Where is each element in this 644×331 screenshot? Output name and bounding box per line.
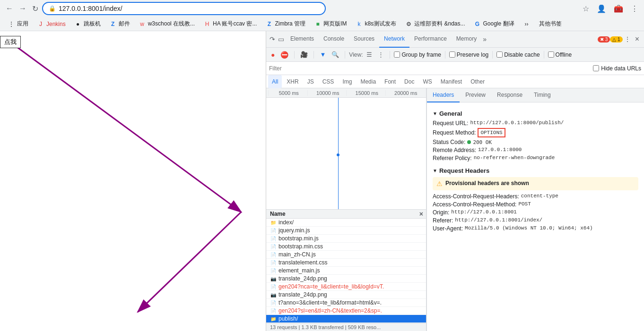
list-item[interactable]: 📄 gen204?nca=te_li&client=te_lib&logId=v… [266,283,426,291]
referrer-policy-row: Referrer Policy: no-referrer-when-downgr… [433,155,638,161]
bookmark-w3school[interactable]: w w3school 在线教... [135,19,199,29]
tab-elements[interactable]: Elements [286,31,319,48]
forward-button[interactable]: → [17,2,28,15]
request-url-value: http://127.0.0.1:8000/publish/ [470,120,564,127]
user-agent-row: User-Agent: Mozilla/5.0 (Windows NT 10.0… [433,225,638,232]
offline-input[interactable] [548,51,554,58]
zimbra-icon: Z [265,20,273,28]
devtools-more-button[interactable]: ⋮ [623,34,632,44]
bookmark-im[interactable]: ■ 网页版IM [310,19,350,29]
list-item[interactable]: 📄 bootstrap.min.css [266,243,426,251]
list-item[interactable]: 📄 jquery.min.js [266,227,426,235]
file-name-text: t?anno=3&client=te_lib&format=html&v=. [278,299,382,306]
devtools-device-icon[interactable]: ▭ [277,34,286,44]
menu-button[interactable]: ⋮ [629,2,640,15]
list-item[interactable]: 📄 element_main.js [266,267,426,275]
search-button[interactable]: 🔍 [330,50,341,59]
bookmark-ha[interactable]: H HA 账号ccav 密... [200,19,261,29]
stop-recording-button[interactable]: ⛔ [278,50,290,59]
request-headers-collapse-icon[interactable]: ▼ [433,168,437,173]
record-button[interactable]: ● [269,50,277,59]
bookmark-others[interactable]: ›› [519,19,534,29]
refresh-button[interactable]: ↻ [30,2,40,15]
toolbar-separator-4 [390,51,390,59]
k8s-icon: k [355,20,363,28]
request-method-label: Request Method: [433,129,476,136]
list-item-publish[interactable]: 📁 publish/ [266,315,426,323]
tab-console[interactable]: Console [319,31,349,48]
bookmarks-bar: ⋮ 应用 J Jenkins ● 跳板机 Z 邮件 w w3school 在线教… [0,17,644,31]
detail-tab-preview[interactable]: Preview [460,88,491,102]
bookmark-ops[interactable]: ⚙ 运维部资料 &ndas... [401,19,469,29]
list-item[interactable]: 📷 translate_24dp.png [266,275,426,283]
disable-cache-input[interactable] [496,51,503,58]
preserve-log-input[interactable] [449,51,455,58]
rt-tab-xhr[interactable]: XHR [283,75,302,88]
list-item[interactable]: 📷 translate_24dp.png [266,291,426,299]
detail-tab-headers[interactable]: Headers [427,88,460,102]
bookmark-jenkins[interactable]: J Jenkins [33,19,70,29]
extension-icon[interactable]: 🧰 [612,2,625,15]
folder-icon: 📁 [270,315,277,322]
tab-memory[interactable]: Memory [452,31,481,48]
preserve-log-checkbox[interactable]: Preserve log [449,51,488,58]
rt-tab-media[interactable]: Media [357,75,380,88]
tree-view-button[interactable]: ⋮ [376,50,386,59]
bookmark-zimbra[interactable]: Z Zimbra 管理 [261,19,309,29]
bookmark-icon[interactable]: ☆ [581,2,591,15]
tab-sources[interactable]: Sources [349,31,379,48]
camera-button[interactable]: 🎥 [298,50,310,59]
rt-tab-all[interactable]: All [268,75,282,88]
list-item[interactable]: 📄 t?anno=3&client=te_lib&format=html&v=. [266,299,426,307]
rt-tab-doc[interactable]: Doc [400,75,418,88]
link-icon: 📄 [270,299,277,306]
bookmark-other-bookmarks[interactable]: 其他书签 [535,19,566,29]
rt-tab-ws[interactable]: WS [419,75,435,88]
rt-tab-font[interactable]: Font [381,75,400,88]
list-item[interactable]: 📁 index/ [266,219,426,227]
request-headers-section-title: ▼ Request Headers [433,167,638,174]
list-item[interactable]: 📄 gen204?sl=en&tl=zh-CN&textlen=2&sp=. [266,307,426,315]
devtools-cursor-icon[interactable]: ↷ [268,34,277,44]
file-list-close[interactable]: × [419,210,423,218]
list-item[interactable]: 📄 translatelement.css [266,259,426,267]
js-icon: 📄 [270,267,277,274]
timeline-marker-2: 10000 ms [307,90,347,96]
group-by-frame-checkbox[interactable]: Group by frame [394,51,441,58]
filter-input[interactable] [269,65,589,72]
rt-tab-css[interactable]: CSS [319,75,338,88]
tab-performance[interactable]: Performance [409,31,452,48]
timeline-dot [337,153,339,156]
address-bar[interactable]: 🔒 127.0.0.1:8001/index/ [42,2,326,15]
rt-tab-js[interactable]: JS [304,75,318,88]
hide-data-urls-input[interactable] [593,65,599,71]
general-collapse-icon[interactable]: ▼ [433,111,437,116]
filter-button[interactable]: ▼ [318,50,328,59]
tab-network[interactable]: Network [379,31,409,48]
devtools-close-button[interactable]: × [632,34,642,44]
detail-tab-timing[interactable]: Timing [528,88,557,102]
offline-checkbox[interactable]: Offline [548,51,572,58]
rt-tab-other[interactable]: Other [467,75,488,88]
offline-label: Offline [556,51,572,58]
click-me-button[interactable]: 点我 [0,36,21,48]
bookmark-jump[interactable]: ● 跳板机 [70,19,104,29]
detail-tab-response[interactable]: Response [491,88,528,102]
list-item[interactable]: 📄 bootstrap.min.js [266,235,426,243]
more-tools-button[interactable]: » [481,34,488,44]
group-by-frame-input[interactable] [394,51,400,58]
disable-cache-checkbox[interactable]: Disable cache [496,51,540,58]
bookmark-apps[interactable]: ⋮ 应用 [4,19,32,29]
rt-tab-manifest[interactable]: Manifest [437,75,466,88]
bookmark-k8s[interactable]: k k8s测试发布 [351,19,400,29]
hide-data-urls-checkbox[interactable]: Hide data URLs [593,65,641,72]
bookmark-mail[interactable]: Z 邮件 [105,19,134,29]
rt-tab-img[interactable]: Img [339,75,356,88]
back-button[interactable]: ← [4,2,15,15]
list-view-button[interactable]: ☰ [365,50,374,59]
list-item[interactable]: 📄 main_zh-CN.js [266,251,426,259]
left-panel: 5000 ms 10000 ms 15000 ms 20000 ms [266,88,426,331]
bookmark-google-translate[interactable]: G Google 翻译 [470,19,518,29]
toolbar-separator-7 [544,51,544,59]
profile-icon[interactable]: 👤 [595,2,608,15]
